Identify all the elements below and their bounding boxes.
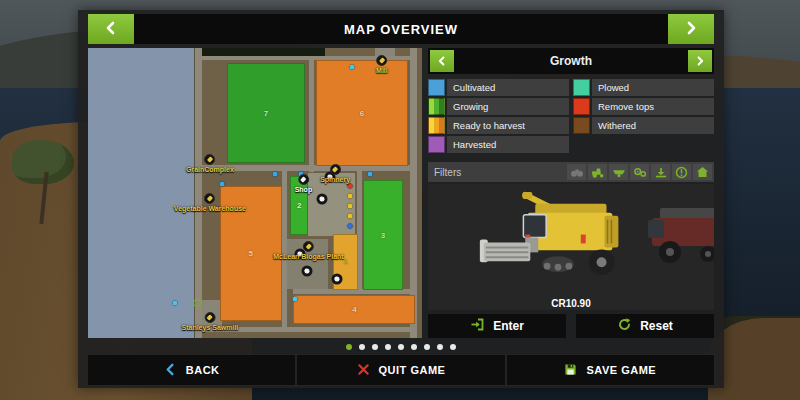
page-header: MAP OVERVIEW — [88, 14, 714, 44]
enter-button[interactable]: Enter — [428, 314, 566, 338]
poi-label: Stanleys Sawmill — [182, 324, 239, 331]
legend-label: Harvested — [447, 136, 569, 153]
chevron-left-icon — [164, 363, 177, 378]
tree — [12, 140, 74, 184]
legend-label: Plowed — [592, 79, 714, 96]
map-dot — [348, 204, 353, 209]
map-dot — [349, 64, 354, 69]
map-poi-vegetable-warehouse: Vegetable Warehouse — [174, 193, 246, 212]
poi-icon — [298, 174, 309, 185]
back-button[interactable]: BACK — [88, 355, 295, 385]
legend-swatch — [428, 117, 445, 134]
player-marker — [193, 299, 201, 307]
chevron-left-icon — [104, 21, 118, 38]
map-canvas[interactable]: 7623154MillGrainComplexVegetable Warehou… — [88, 48, 422, 338]
legend-item-left-2: Ready to harvest — [428, 117, 569, 134]
save-game-button[interactable]: SAVE GAME — [507, 355, 714, 385]
footer-button-label: BACK — [186, 364, 220, 376]
next-page-button[interactable] — [668, 14, 714, 44]
reset-icon — [617, 317, 632, 335]
legend-swatch — [428, 98, 445, 115]
legend-item-right-2: Withered — [573, 117, 714, 134]
page-indicator — [78, 341, 724, 353]
field-number: 3 — [381, 231, 385, 240]
map-field-6: 6 — [316, 60, 408, 166]
page-dot-0[interactable] — [346, 344, 352, 350]
map-marker-icon — [331, 273, 342, 284]
map-field-4: 4 — [293, 295, 415, 324]
selected-vehicle-image[interactable] — [466, 190, 654, 290]
growth-selector: Growth — [428, 48, 714, 74]
footer-bar: BACKQUIT GAMESAVE GAME — [88, 355, 714, 385]
map-dot — [348, 224, 353, 229]
x-icon — [357, 363, 370, 378]
footer-button-label: QUIT GAME — [379, 364, 446, 376]
vehicle-name: CR10.90 — [428, 298, 714, 309]
page-dot-1[interactable] — [359, 344, 365, 350]
map-dot — [293, 296, 298, 301]
field-number: 6 — [360, 109, 364, 118]
legend-swatch — [573, 117, 590, 134]
filter-production-icon[interactable] — [630, 164, 649, 180]
growth-prev-button[interactable] — [430, 50, 454, 72]
poi-label: McLean Biogas Plant — [273, 253, 343, 260]
legend-swatch — [428, 79, 445, 96]
map-dot — [172, 301, 177, 306]
poi-label: GrainComplex — [186, 166, 234, 173]
poi-label: Shop — [295, 186, 313, 193]
enter-icon — [470, 317, 485, 335]
map-marker-icon — [301, 266, 312, 277]
map-dot — [368, 172, 373, 177]
map-poi-stanleys-sawmill: Stanleys Sawmill — [182, 312, 239, 331]
map-dot — [273, 172, 278, 177]
page-dot-3[interactable] — [385, 344, 391, 350]
map-field-7: 7 — [227, 63, 305, 163]
map-poi-spinnery: Spinnery — [320, 164, 350, 183]
vehicle-selector[interactable]: CR10.90 — [428, 184, 714, 310]
page-title: MAP OVERVIEW — [134, 14, 668, 44]
field-number: 7 — [264, 109, 268, 118]
map-poi-mclean-biogas-plant: McLean Biogas Plant — [273, 241, 343, 260]
page-dot-5[interactable] — [411, 344, 417, 350]
page-dot-8[interactable] — [450, 344, 456, 350]
page-dot-2[interactable] — [372, 344, 378, 350]
page-dot-7[interactable] — [437, 344, 443, 350]
filter-download-icon[interactable] — [651, 164, 670, 180]
map-side-panel: Growth CultivatedGrowingReady to harvest… — [428, 48, 714, 338]
map-road — [309, 56, 314, 172]
poi-icon — [204, 154, 215, 165]
legend-item-right-0: Plowed — [573, 79, 714, 96]
quit-game-button[interactable]: QUIT GAME — [297, 355, 504, 385]
poi-icon — [376, 55, 387, 66]
field-number: 2 — [297, 201, 301, 210]
filters-label: Filters — [428, 167, 567, 178]
filter-placeables-icon[interactable] — [693, 164, 712, 180]
filter-vehicles-icon[interactable] — [588, 164, 607, 180]
filter-helper-icon[interactable] — [567, 164, 586, 180]
map-dot — [348, 183, 353, 188]
poi-label: Vegetable Warehouse — [174, 205, 246, 212]
page-dot-6[interactable] — [424, 344, 430, 350]
filter-notifications-icon[interactable] — [672, 164, 691, 180]
map-poi-graincomplex: GrainComplex — [186, 154, 234, 173]
legend-label: Withered — [592, 117, 714, 134]
growth-legend: CultivatedGrowingReady to harvestHarvest… — [428, 79, 714, 153]
reset-label: Reset — [640, 319, 673, 333]
next-vehicle-image[interactable] — [642, 200, 714, 270]
poi-icon — [303, 241, 314, 252]
legend-swatch — [428, 136, 445, 153]
poi-label: Spinnery — [320, 176, 350, 183]
map-field-3: 3 — [363, 180, 403, 290]
filter-tools-icon[interactable] — [609, 164, 628, 180]
map-dot — [348, 193, 353, 198]
enter-label: Enter — [493, 319, 524, 333]
reset-button[interactable]: Reset — [576, 314, 714, 338]
map-overview-panel: MAP OVERVIEW 7623154MillGrainComplexVege… — [78, 10, 724, 388]
filters-bar: Filters — [428, 162, 714, 182]
legend-label: Cultivated — [447, 79, 569, 96]
previous-page-button[interactable] — [88, 14, 134, 44]
growth-next-button[interactable] — [688, 50, 712, 72]
page-dot-4[interactable] — [398, 344, 404, 350]
field-number: 1 — [343, 257, 347, 266]
poi-label: Mill — [376, 67, 388, 74]
